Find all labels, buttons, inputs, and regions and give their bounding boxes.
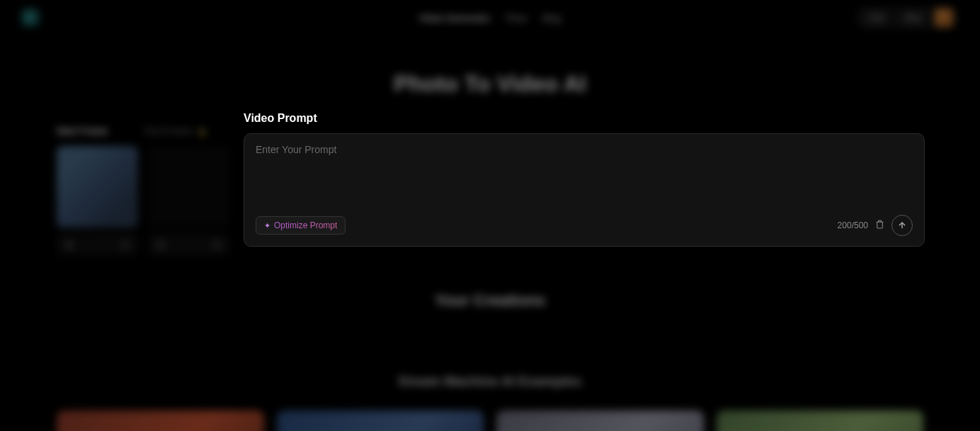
optimize-prompt-button[interactable]: ✦ Optimize Prompt [256,216,346,235]
prompt-box: ✦ Optimize Prompt 200/500 [244,133,925,247]
trash-icon[interactable] [875,220,884,231]
prompt-input[interactable] [256,144,913,209]
submit-button[interactable] [891,215,913,236]
sparkle-icon: ✦ [264,221,270,230]
char-count: 200/500 [838,220,868,230]
optimize-prompt-label: Optimize Prompt [274,220,337,230]
video-prompt-title: Video Prompt [244,112,925,125]
